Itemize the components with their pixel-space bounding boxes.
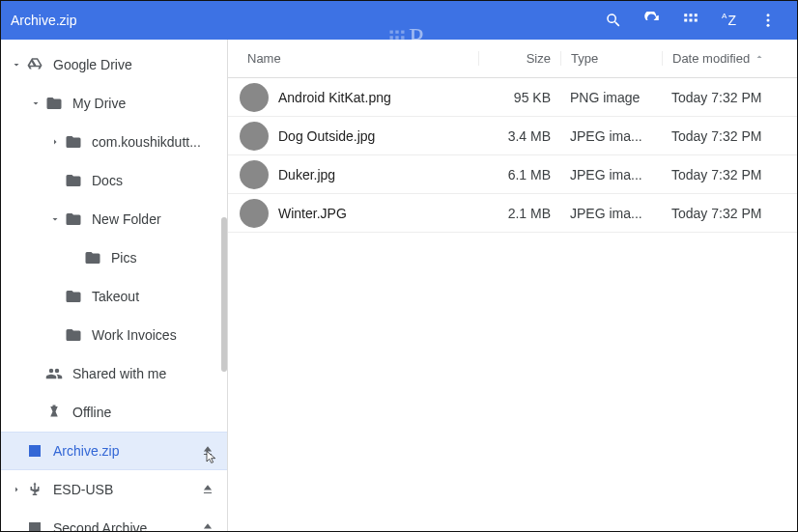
drive-icon [24,56,45,73]
eject-icon[interactable] [198,483,217,496]
sidebar-item-koushik[interactable]: com.koushikdutt... [1,123,227,161]
refresh-icon[interactable] [633,1,671,40]
file-list[interactable]: Android KitKat.png95 KBPNG imageToday 7:… [228,78,797,233]
sidebar-item-label: Second Archive... [53,520,198,531]
file-date-modified: Today 7:32 PM [662,206,797,221]
column-date-modified[interactable]: Date modified [662,51,797,66]
sort-az-icon[interactable]: AZ [710,1,749,40]
sidebar-item-label: New Folder [92,211,217,227]
sidebar[interactable]: Google DriveMy Drivecom.koushikdutt...Do… [1,40,228,531]
column-name[interactable]: Name [228,51,478,66]
column-header: Name Size Type Date modified [228,40,797,78]
sidebar-item-label: Archive.zip [53,443,198,459]
file-name: Android KitKat.png [278,90,478,105]
sidebar-item-label: Takeout [92,289,217,304]
file-type: PNG image [560,90,662,105]
folder-icon [63,326,84,344]
file-name: Winter.JPG [278,206,478,221]
file-size: 2.1 MB [478,206,560,221]
shared-icon [43,365,65,382]
column-date-label: Date modified [672,51,750,66]
file-thumbnail [240,160,269,189]
folder-icon [63,133,84,151]
sidebar-item-label: Shared with me [72,366,217,381]
sidebar-item-gdrive[interactable]: Google Drive [1,45,227,84]
file-date-modified: Today 7:32 PM [662,167,797,182]
folder-icon [63,210,84,228]
sort-indicator-icon [754,51,765,66]
chevron-down-icon[interactable] [9,59,24,70]
content-pane: Name Size Type Date modified Android Kit… [228,40,797,531]
sidebar-item-label: Google Drive [53,57,217,72]
sidebar-item-label: Offline [72,405,217,420]
file-size: 3.4 MB [478,128,560,144]
zip-icon [24,442,45,460]
sidebar-item-label: Pics [111,250,217,266]
sidebar-item-workinvoices[interactable]: Work Invoices [1,316,227,354]
offline-icon [43,404,65,421]
file-size: 95 KB [478,90,560,105]
file-thumbnail [240,122,269,151]
file-type: JPEG ima... [560,206,662,221]
usb-icon [24,481,45,498]
sidebar-item-label: Work Invoices [92,327,217,343]
file-name: Dog Outside.jpg [278,128,478,144]
appbar-title: Archive.zip [11,13,76,28]
sidebar-item-esdusb[interactable]: ESD-USB [1,470,227,509]
zip-icon [24,519,45,531]
file-size: 6.1 MB [478,167,560,182]
folder-icon [63,172,84,189]
file-name: Duker.jpg [278,167,478,182]
chevron-right-icon[interactable] [47,136,63,148]
file-date-modified: Today 7:32 PM [662,90,797,105]
more-vert-icon[interactable] [749,1,787,40]
sidebar-item-mydrive[interactable]: My Drive [1,84,227,123]
chevron-down-icon[interactable] [28,98,43,109]
sidebar-item-archivezip[interactable]: Archive.zip [1,432,227,470]
sidebar-item-secondarchive[interactable]: Second Archive... [1,509,227,531]
file-type: JPEG ima... [560,128,662,144]
eject-icon[interactable] [198,521,217,531]
file-thumbnail [240,83,269,112]
file-row[interactable]: Android KitKat.png95 KBPNG imageToday 7:… [228,78,797,117]
sidebar-item-label: Docs [92,173,217,188]
chevron-right-icon[interactable] [9,484,24,495]
chevron-down-icon[interactable] [47,213,63,225]
folder-icon [82,249,103,266]
sidebar-item-pics[interactable]: Pics [1,238,227,277]
file-type: JPEG ima... [560,167,662,182]
folder-icon [43,95,65,112]
file-row[interactable]: Duker.jpg6.1 MBJPEG ima...Today 7:32 PM [228,155,797,194]
sidebar-item-takeout[interactable]: Takeout [1,277,227,316]
column-size[interactable]: Size [478,51,560,66]
sidebar-item-shared[interactable]: Shared with me [1,354,227,393]
column-type[interactable]: Type [560,51,662,66]
sidebar-item-offline[interactable]: Offline [1,393,227,432]
file-thumbnail [240,199,269,228]
sidebar-item-docs[interactable]: Docs [1,161,227,200]
sidebar-item-label: com.koushikdutt... [92,134,217,150]
file-date-modified: Today 7:32 PM [662,128,797,144]
sidebar-item-label: ESD-USB [53,482,198,497]
file-row[interactable]: Dog Outside.jpg3.4 MBJPEG ima...Today 7:… [228,117,797,155]
folder-icon [63,288,84,305]
eject-icon[interactable] [198,444,217,458]
sidebar-item-label: My Drive [72,96,217,111]
sidebar-item-newfolder[interactable]: New Folder [1,200,227,238]
file-row[interactable]: Winter.JPG2.1 MBJPEG ima...Today 7:32 PM [228,194,797,233]
view-grid-icon[interactable] [671,1,710,40]
app-bar: Archive.zip AZ [1,1,797,40]
search-icon[interactable] [594,1,633,40]
